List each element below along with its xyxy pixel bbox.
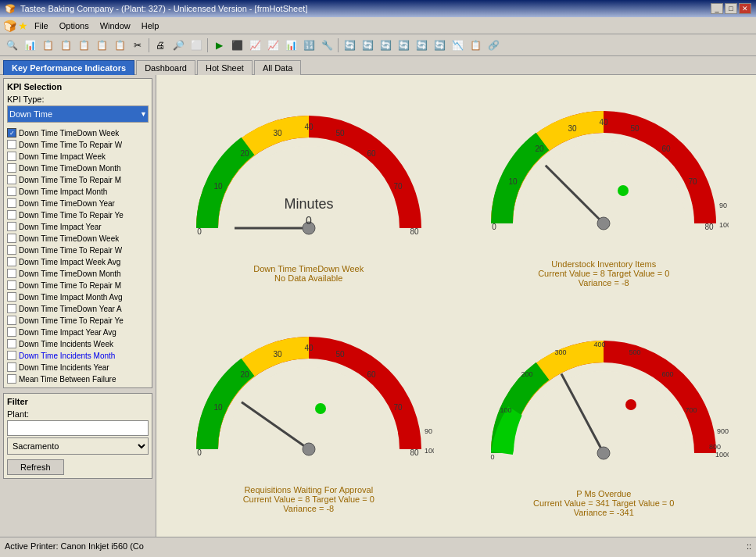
kpi-item-label-0: Down Time TimeDown Week xyxy=(19,129,119,137)
svg-text:60: 60 xyxy=(367,370,376,379)
toolbar-btn-3[interactable]: 📋 xyxy=(39,37,56,54)
toolbar-btn-18[interactable]: 🔧 xyxy=(318,37,335,54)
kpi-checkbox-2[interactable] xyxy=(7,152,16,161)
toolbar-btn-14[interactable]: 📈 xyxy=(246,37,263,54)
list-item[interactable]: Down Time Incidents Year xyxy=(7,362,149,373)
toolbar-btn-2[interactable]: 📊 xyxy=(21,37,38,54)
svg-text:600: 600 xyxy=(662,370,674,378)
kpi-checkbox-20[interactable] xyxy=(7,362,16,372)
menu-options[interactable]: Options xyxy=(55,20,94,31)
list-item[interactable]: Down Time Time To Repair M xyxy=(7,280,149,291)
close-button[interactable]: ✕ xyxy=(739,3,751,14)
kpi-checkbox-3[interactable] xyxy=(7,163,16,173)
list-item[interactable]: Down Time Time To Repair W xyxy=(7,139,149,150)
toolbar-btn-11[interactable]: ⬜ xyxy=(188,37,205,54)
list-item[interactable]: Down Time Time To Repair M xyxy=(7,174,149,185)
kpi-checkbox-16[interactable] xyxy=(7,316,16,325)
kpi-checkbox-12[interactable] xyxy=(7,269,16,278)
list-item[interactable]: Down Time Time To Repair W xyxy=(7,245,149,255)
svg-text:90: 90 xyxy=(425,427,432,435)
kpi-item-label-17: Down Time Impact Year Avg xyxy=(19,328,116,337)
tab-kpi[interactable]: Key Performance Indicators xyxy=(3,60,134,75)
filter-plant-input[interactable] xyxy=(7,420,149,436)
toolbar-btn-7[interactable]: 📋 xyxy=(111,37,128,54)
list-item[interactable]: Down Time Impact Year xyxy=(7,221,149,232)
list-item[interactable]: ✓ Down Time TimeDown Week xyxy=(7,127,149,138)
svg-text:300: 300 xyxy=(555,348,567,356)
refresh-button[interactable]: Refresh xyxy=(7,459,64,475)
status-right: :: xyxy=(747,541,751,551)
kpi-checkbox-5[interactable] xyxy=(7,187,16,196)
list-item[interactable]: Down Time TimeDown Week xyxy=(7,233,149,244)
list-item[interactable]: Down Time Incidents Week xyxy=(7,338,149,349)
kpi-checkbox-1[interactable] xyxy=(7,140,16,149)
kpi-checkbox-11[interactable] xyxy=(7,257,16,266)
kpi-checkbox-7[interactable] xyxy=(7,210,16,220)
list-item[interactable]: Down Time TimeDown Year A xyxy=(7,303,149,314)
list-item[interactable]: Down Time TimeDown Month xyxy=(7,162,149,173)
minimize-button[interactable]: _ xyxy=(711,3,723,14)
list-item[interactable]: Down Time Time To Repair Ye xyxy=(7,209,149,220)
toolbar-btn-24[interactable]: 🔄 xyxy=(431,37,448,54)
kpi-checkbox-6[interactable] xyxy=(7,198,16,208)
list-item[interactable]: Down Time TimeDown Year xyxy=(7,198,149,209)
maximize-button[interactable]: □ xyxy=(725,3,737,14)
kpi-checkbox-4[interactable] xyxy=(7,175,16,184)
toolbar-btn-19[interactable]: 🔄 xyxy=(341,37,358,54)
toolbar-btn-12[interactable]: ▶ xyxy=(210,37,228,54)
toolbar-btn-20[interactable]: 🔄 xyxy=(359,37,376,54)
toolbar-btn-27[interactable]: 🔗 xyxy=(485,37,502,54)
toolbar-btn-22[interactable]: 🔄 xyxy=(395,37,412,54)
gauge-4-title: P Ms Overdue Current Value = 341 Target … xyxy=(533,489,674,517)
svg-text:40: 40 xyxy=(600,118,609,127)
toolbar-btn-21[interactable]: 🔄 xyxy=(377,37,394,54)
kpi-item-label-2: Down Time Impact Week xyxy=(19,152,106,161)
kpi-checkbox-9[interactable] xyxy=(7,234,16,243)
tab-alldata[interactable]: All Data xyxy=(254,60,302,75)
kpi-type-select[interactable]: Down Time xyxy=(7,105,149,123)
toolbar-btn-1[interactable]: 🔍 xyxy=(3,37,20,54)
menu-file[interactable]: File xyxy=(30,20,53,31)
list-item[interactable]: Mean Time Between Failure xyxy=(7,373,149,384)
list-item[interactable]: Down Time Impact Year Avg xyxy=(7,327,149,337)
list-item[interactable]: Down Time TimeDown Month xyxy=(7,268,149,279)
kpi-checkbox-18[interactable] xyxy=(7,339,16,348)
toolbar-btn-16[interactable]: 📊 xyxy=(282,37,299,54)
toolbar-btn-4[interactable]: 📋 xyxy=(57,37,74,54)
title-bar-controls[interactable]: _ □ ✕ xyxy=(711,3,751,14)
kpi-checkbox-8[interactable] xyxy=(7,222,16,231)
list-item[interactable]: Down Time Impact Week xyxy=(7,151,149,162)
kpi-checkbox-15[interactable] xyxy=(7,304,16,313)
menu-window[interactable]: Window xyxy=(95,20,135,31)
list-item[interactable]: Down Time Impact Month Avg xyxy=(7,291,149,302)
kpi-checkbox-14[interactable] xyxy=(7,292,16,302)
toolbar-btn-8[interactable]: ✂ xyxy=(129,37,146,54)
toolbar-btn-5[interactable]: 📋 xyxy=(75,37,92,54)
svg-line-25 xyxy=(546,166,604,223)
kpi-checkbox-19[interactable] xyxy=(7,351,16,360)
kpi-checkbox-13[interactable] xyxy=(7,280,16,290)
list-item[interactable]: Down Time Time To Repair Ye xyxy=(7,315,149,326)
tab-dashboard[interactable]: Dashboard xyxy=(136,60,195,75)
toolbar-btn-26[interactable]: 📋 xyxy=(467,37,484,54)
toolbar-btn-10[interactable]: 🔎 xyxy=(170,37,187,54)
toolbar-btn-23[interactable]: 🔄 xyxy=(413,37,430,54)
list-item[interactable]: Down Time Impact Month xyxy=(7,186,149,197)
kpi-item-label-1: Down Time Time To Repair W xyxy=(19,141,122,149)
list-item[interactable]: Down Time Impact Week Avg xyxy=(7,256,149,267)
toolbar-btn-9[interactable]: 🖨 xyxy=(152,37,169,54)
tab-hotsheet[interactable]: Hot Sheet xyxy=(197,60,253,75)
toolbar-btn-25[interactable]: 📉 xyxy=(449,37,466,54)
list-item[interactable]: Down Time Incidents Month xyxy=(7,350,149,361)
filter-plant-select[interactable]: Sacramento xyxy=(7,437,149,455)
kpi-checkbox-17[interactable] xyxy=(7,327,16,337)
toolbar-btn-17[interactable]: 🔢 xyxy=(300,37,317,54)
kpi-checkbox-21[interactable] xyxy=(7,374,16,384)
toolbar-btn-13[interactable]: ⬛ xyxy=(228,37,245,54)
toolbar-btn-6[interactable]: 📋 xyxy=(93,37,110,54)
toolbar-btn-15[interactable]: 📈 xyxy=(264,37,281,54)
kpi-item-label-4: Down Time Time To Repair M xyxy=(19,176,121,184)
menu-help[interactable]: Help xyxy=(137,20,164,31)
kpi-checkbox-0[interactable]: ✓ xyxy=(7,128,16,137)
kpi-checkbox-10[interactable] xyxy=(7,245,16,255)
